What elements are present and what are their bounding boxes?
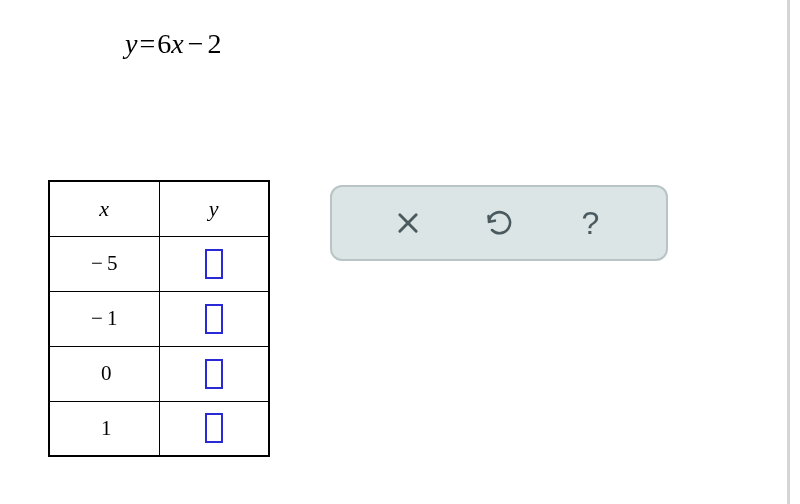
equation-rhs-var: x: [171, 28, 183, 59]
column-header-y: y: [159, 181, 269, 236]
x-value-cell: 1: [49, 401, 159, 456]
y-value-cell: [159, 346, 269, 401]
x-value-cell: −5: [49, 236, 159, 291]
minus-sign: −: [188, 28, 204, 59]
y-input[interactable]: [205, 249, 223, 279]
close-icon: [394, 209, 422, 237]
table-row: 0: [49, 346, 269, 401]
help-button[interactable]: ?: [570, 203, 610, 243]
scrollbar-track: [787, 0, 790, 504]
toolbar: ?: [330, 185, 668, 261]
reset-button[interactable]: [479, 203, 519, 243]
equals-sign: =: [139, 28, 155, 59]
y-value-cell: [159, 236, 269, 291]
y-input[interactable]: [205, 413, 223, 443]
xy-table: x y −5 −1 0 1: [48, 180, 270, 457]
table-row: −5: [49, 236, 269, 291]
equation: y=6x−2: [125, 28, 221, 60]
table-header-row: x y: [49, 181, 269, 236]
equation-lhs-var: y: [125, 28, 137, 59]
equation-coef: 6: [157, 28, 171, 59]
equation-const: 2: [207, 28, 221, 59]
y-input[interactable]: [205, 359, 223, 389]
question-icon: ?: [581, 205, 599, 242]
clear-button[interactable]: [388, 203, 428, 243]
table-row: 1: [49, 401, 269, 456]
y-value-cell: [159, 401, 269, 456]
y-input[interactable]: [205, 304, 223, 334]
y-value-cell: [159, 291, 269, 346]
x-value-cell: −1: [49, 291, 159, 346]
x-value-cell: 0: [49, 346, 159, 401]
table-row: −1: [49, 291, 269, 346]
column-header-x: x: [49, 181, 159, 236]
undo-icon: [485, 209, 513, 237]
